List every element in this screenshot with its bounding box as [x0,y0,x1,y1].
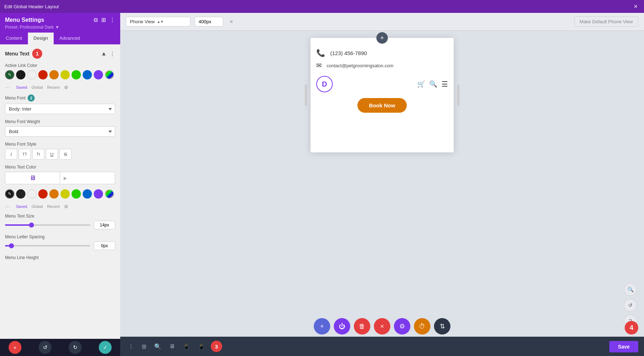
menu-text-size-slider[interactable] [5,224,90,226]
menu-font-weight-group: Menu Font Weight Bold Normal Light [0,118,120,140]
italic-button[interactable]: I [5,149,17,160]
swatch2-green[interactable] [72,189,81,199]
swatch2-purple[interactable] [94,189,103,199]
menu-letter-spacing-slider-row [5,242,115,250]
right-search-button[interactable]: 🔍 [624,283,637,296]
swatch2-orange[interactable] [49,189,59,199]
right-refresh-button[interactable]: ↺ [624,299,637,312]
preset-chevron-icon: ▼ [55,25,59,30]
menu-letter-spacing-slider[interactable] [5,245,90,247]
bottom-tool-more-icon[interactable]: ⋮ [126,342,136,351]
swatch-green[interactable] [72,70,81,79]
swatch2-white[interactable] [27,189,36,199]
save-button[interactable]: Save [609,341,638,352]
swatch-white[interactable] [27,70,36,79]
menu-settings-row: Menu Settings ⧉ ⊞ ⋮ [5,16,115,23]
tab-design[interactable]: Design [28,33,54,44]
underline-button[interactable]: U [46,149,58,160]
swatch2-black-dark[interactable]: ✎ [5,189,14,199]
settings-float-button[interactable]: ⚙ [394,318,410,335]
viewport-select[interactable]: Phone View ▲▼ [126,17,190,26]
more-dots-2[interactable]: ··· [5,204,10,209]
menu-font-group: Menu Font 2 Body: Inter [0,93,120,118]
book-now-button[interactable]: Book Now [357,98,406,113]
gear-icon-2[interactable]: ⚙ [64,204,68,209]
uppercase-button[interactable]: TT [19,149,31,160]
email-text: contact@petgroomingsalon.com [327,63,394,68]
menu-text-size-input[interactable] [94,221,115,229]
section-more-icon[interactable]: ⋮ [109,50,115,57]
preset-row[interactable]: Preset: Professional Dark ▼ [5,25,115,30]
saved-button-2[interactable]: Saved [16,204,27,209]
color-input-left[interactable]: 🖥 [5,172,60,184]
swatch-orange[interactable] [49,70,59,79]
gear-icon-1[interactable]: ⚙ [64,85,68,90]
badge-3: 3 [211,341,222,352]
bottom-tool-phone-icon[interactable]: 📱 [196,342,207,351]
saved-row-2: ··· Saved Global Recent ⚙ [0,202,120,212]
swatch2-red[interactable] [38,189,48,199]
preview-add-button[interactable]: + [376,32,388,44]
confirm-button[interactable]: ✓ [99,341,112,354]
color-picker-button-2[interactable] [105,189,114,199]
saved-button[interactable]: Saved [16,85,27,89]
cart-icon[interactable]: 🛒 [417,80,425,88]
resize-handle-left[interactable] [305,84,307,106]
menu-font-weight-select[interactable]: Bold Normal Light [5,126,115,137]
add-float-button[interactable]: + [314,318,330,335]
bottom-tool-search-icon[interactable]: 🔍 [152,342,164,351]
collapse-icon[interactable]: ▲ [101,50,107,57]
swatch2-blue[interactable] [83,189,92,199]
global-button[interactable]: Global [31,85,43,89]
recent-button[interactable]: Recent [47,85,60,89]
bottom-tool-grid-icon[interactable]: ⊞ [140,342,148,351]
undo-button[interactable]: ↺ [39,341,52,354]
swatch-purple[interactable] [94,70,103,79]
redo-button[interactable]: ↻ [69,341,82,354]
swatch-yellow[interactable] [60,70,70,79]
clear-width-button[interactable]: × [228,18,235,26]
bottom-tool-desktop-icon[interactable]: 🖥 [167,342,177,351]
swatch-green-dark[interactable]: ✎ [5,70,14,79]
strikethrough-button[interactable]: S [59,149,72,160]
menu-line-height-label: Menu Line Height [5,255,115,260]
menu-font-style-label: Menu Font Style [5,142,115,147]
cancel-button[interactable]: × [9,341,21,354]
power-float-button[interactable]: ⏻ [334,318,350,335]
capitalize-button[interactable]: Tt [32,149,44,160]
split-icon[interactable]: ⊞ [101,16,106,23]
history-float-button[interactable]: ⏱ [414,318,430,335]
search-icon[interactable]: 🔍 [429,80,437,88]
canvas-toolbar: Phone View ▲▼ × Make Default Phone View [120,13,644,31]
badge-1: 1 [32,49,42,59]
hamburger-icon[interactable]: ☰ [441,80,448,88]
make-default-button[interactable]: Make Default Phone View [574,16,638,27]
swatch2-black[interactable] [16,189,25,199]
menu-letter-spacing-input[interactable] [94,242,115,250]
copy-icon[interactable]: ⧉ [94,17,98,23]
arrows-float-button[interactable]: ⇅ [434,318,450,335]
swatch-red[interactable] [38,70,48,79]
bottom-tool-tablet-icon[interactable]: 📱 [181,342,192,351]
resize-handle-right[interactable] [457,84,459,106]
more-dots-1[interactable]: ··· [5,84,10,90]
color-picker-button[interactable] [105,70,114,79]
trash-float-button[interactable]: 🗑 [354,318,370,335]
more-icon[interactable]: ⋮ [109,16,115,23]
color-swatches-group-2: ✎ [0,188,120,202]
window-close-button[interactable]: × [631,3,640,10]
close-float-button[interactable]: × [374,318,390,335]
swatch-black[interactable] [16,70,25,79]
menu-font-select[interactable]: Body: Inter [5,104,115,114]
menu-text-size-group: Menu Text Size [0,212,120,233]
menu-font-style-group: Menu Font Style I TT Tt U S [0,140,120,163]
swatch2-yellow[interactable] [60,189,70,199]
width-input[interactable] [195,17,223,26]
global-button-2[interactable]: Global [31,204,43,209]
float-buttons: + ⏻ 🗑 × ⚙ ⏱ ⇅ [314,318,450,335]
tab-advanced[interactable]: Advanced [54,33,86,44]
recent-button-2[interactable]: Recent [47,204,60,209]
swatch-blue[interactable] [83,70,92,79]
menu-font-label: Menu Font 2 [5,94,115,102]
tab-content[interactable]: Content [0,33,28,44]
